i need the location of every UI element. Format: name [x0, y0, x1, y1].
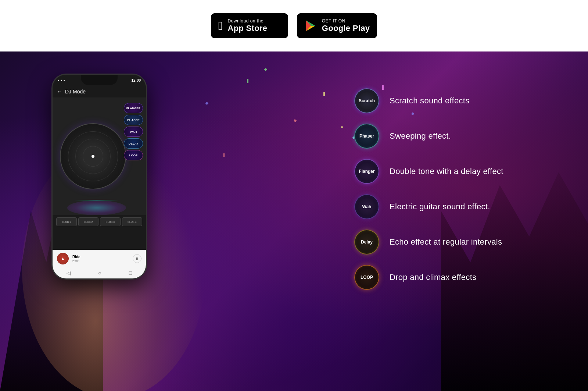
googleplay-large-text: Google Play — [322, 24, 370, 33]
phone-screen: ← DJ Mode — [53, 86, 146, 278]
phone-wrapper: ▲▲▲ 12:00 ← DJ Mode — [51, 74, 176, 360]
turntable-glow — [67, 200, 126, 215]
phone-notch — [81, 75, 118, 85]
effect-row-phaser: Phaser Sweeping effect. — [354, 124, 544, 149]
delay-btn[interactable]: DELAY — [124, 138, 143, 149]
delay-label: Delay — [361, 239, 373, 245]
scratch-label: Scratch — [359, 98, 375, 103]
phone-navbar: ◁ ○ □ — [53, 267, 146, 278]
appstore-small-text: Download on the — [227, 18, 267, 24]
club2-btn[interactable]: CLUB 2 — [78, 217, 99, 226]
delay-circle[interactable]: Delay — [354, 230, 379, 255]
phone-frame: ▲▲▲ 12:00 ← DJ Mode — [51, 74, 147, 280]
googleplay-svg — [304, 19, 317, 32]
effect-row-delay: Delay Echo effect at regular intervals — [354, 230, 544, 255]
loop-circle[interactable]: LOOP — [354, 265, 379, 290]
wah-btn[interactable]: WAH — [124, 127, 143, 137]
signal-indicator: ▲▲▲ — [57, 79, 66, 82]
flanger-description: Double tone with a delay effect — [390, 167, 544, 176]
loop-description: Drop and climax effects — [390, 273, 544, 282]
nav-back-icon[interactable]: ◁ — [67, 270, 71, 276]
track-name: Ride — [72, 255, 129, 259]
status-time: 12:00 — [131, 78, 141, 82]
flanger-circle[interactable]: Flanger — [354, 159, 379, 184]
googleplay-button[interactable]: GET IT ON Google Play — [297, 13, 377, 38]
wah-description: Electric guitar sound effect. — [390, 202, 544, 212]
main-section: ▲▲▲ 12:00 ← DJ Mode — [0, 51, 588, 391]
club1-btn[interactable]: CLUB 1 — [56, 217, 77, 226]
phaser-label: Phaser — [359, 134, 374, 139]
delay-description: Echo effect at regular intervals — [390, 237, 544, 247]
phaser-circle[interactable]: Phaser — [354, 124, 379, 149]
appstore-large-text: App Store — [227, 24, 267, 33]
effect-row-scratch: Scratch Scratch sound effects — [354, 88, 544, 113]
club4-btn[interactable]: CLUB 4 — [122, 217, 143, 226]
glow-line — [75, 200, 119, 200]
track-info: Ride Ryan — [72, 255, 129, 262]
effect-row-wah: Wah Electric guitar sound effect. — [354, 194, 544, 219]
nav-recents-icon[interactable]: □ — [129, 270, 132, 276]
top-bar:  Download on the App Store GET IT ON Go… — [0, 0, 588, 51]
wah-label: Wah — [362, 204, 372, 209]
back-button[interactable]: ← — [57, 89, 62, 95]
now-playing-bar: ▲ Ride Ryan ⏸ — [53, 250, 146, 267]
pause-button[interactable]: ⏸ — [133, 254, 141, 263]
effects-list: Scratch Scratch sound effects Phaser Swe… — [354, 88, 544, 290]
club-buttons: CLUB 1 CLUB 2 CLUB 3 CLUB 4 — [53, 215, 146, 228]
googleplay-small-text: GET IT ON — [322, 18, 370, 24]
loop-btn[interactable]: LOOP — [124, 150, 143, 160]
turntable-center-dot — [92, 155, 94, 158]
appstore-text: Download on the App Store — [227, 18, 267, 33]
apple-icon:  — [218, 20, 223, 32]
turntable-area: FLANGER PHASER WAH DELAY LOOP — [53, 97, 146, 215]
wah-circle[interactable]: Wah — [354, 194, 379, 219]
nav-home-icon[interactable]: ○ — [98, 270, 101, 276]
flanger-label: Flanger — [359, 169, 374, 174]
phaser-btn[interactable]: PHASER — [124, 115, 143, 125]
flanger-btn[interactable]: FLANGER — [124, 103, 143, 113]
turntable-disc[interactable] — [60, 123, 126, 189]
scratch-circle[interactable]: Scratch — [354, 88, 379, 113]
track-avatar: ▲ — [57, 253, 69, 264]
dj-header: ← DJ Mode — [53, 86, 146, 97]
effect-buttons-panel: FLANGER PHASER WAH DELAY LOOP — [124, 103, 143, 160]
googleplay-icon — [304, 19, 317, 32]
phaser-description: Sweeping effect. — [390, 131, 544, 141]
screen-title: DJ Mode — [65, 89, 86, 95]
scratch-description: Scratch sound effects — [390, 96, 544, 106]
effect-row-flanger: Flanger Double tone with a delay effect — [354, 159, 544, 184]
effect-row-loop: LOOP Drop and climax effects — [354, 265, 544, 290]
loop-label: LOOP — [361, 275, 373, 280]
appstore-button[interactable]:  Download on the App Store — [211, 13, 288, 38]
googleplay-text: GET IT ON Google Play — [322, 18, 370, 33]
club3-btn[interactable]: CLUB 3 — [100, 217, 121, 226]
track-artist: Ryan — [72, 259, 129, 262]
